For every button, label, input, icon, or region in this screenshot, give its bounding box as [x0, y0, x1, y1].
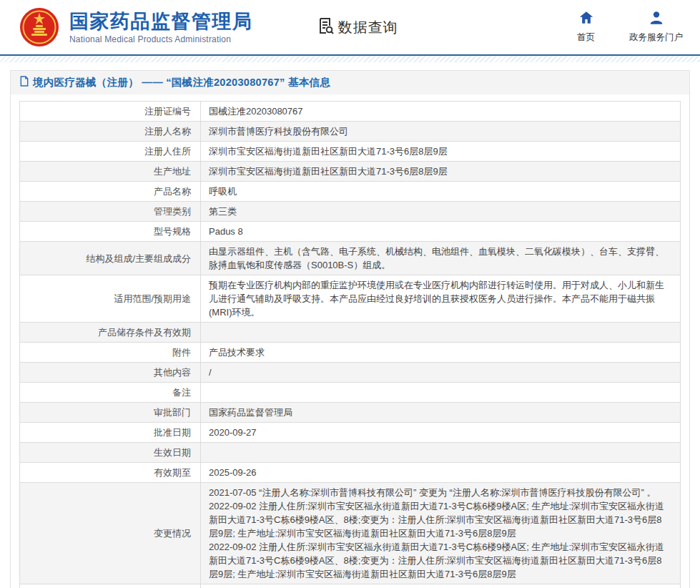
- row-label: 管理类别: [20, 202, 201, 222]
- table-row-note: 注 详情: [20, 584, 681, 588]
- home-link-label: 首页: [577, 31, 595, 44]
- row-label: 适用范围/预期用途: [20, 275, 201, 323]
- table-row: 其他内容 /: [20, 363, 681, 383]
- row-value: Padus 8: [201, 222, 681, 242]
- row-label: 有效期至: [20, 463, 201, 483]
- table-row: 注册证编号 国械注准20203080767: [20, 102, 681, 122]
- table-row: 产品名称 呼吸机: [20, 182, 681, 202]
- row-label: 备注: [20, 383, 201, 403]
- row-value: [201, 383, 681, 403]
- table-row: 生产地址 深圳市宝安区福海街道新田社区新田大道71-3号6层8层9层: [20, 162, 681, 182]
- org-name-en: National Medical Products Administration: [69, 34, 253, 44]
- page-title-bar: 境内医疗器械（注册） —— “国械注准20203080767” 基本信息: [11, 71, 689, 94]
- content-panel: 境内医疗器械（注册） —— “国械注准20203080767” 基本信息 注册证…: [10, 70, 690, 588]
- row-value: 国家药品监督管理局: [201, 403, 681, 423]
- table-row: 注册人住所 深圳市宝安区福海街道新田社区新田大道71-3号6层8层9层: [20, 142, 681, 162]
- row-label: 结构及组成/主要组成成分: [20, 242, 201, 275]
- row-label: 批准日期: [20, 423, 201, 443]
- table-row: 适用范围/预期用途 预期在专业医疗机构内部的重症监护环境使用或在专业医疗机构内部…: [20, 275, 681, 323]
- table-row: 型号规格 Padus 8: [20, 222, 681, 242]
- note-row-value-cell: 详情: [201, 584, 681, 588]
- table-row: 变更情况 2021-07-05 “注册人名称:深圳市普博科技有限公司” 变更为 …: [20, 483, 681, 584]
- row-value: 2021-07-05 “注册人名称:深圳市普博科技有限公司” 变更为 “注册人名…: [201, 483, 681, 584]
- table-row: 结构及组成/主要组成成分 由显示器组件、主机（含气路、电子系统、机械结构、电池组…: [20, 242, 681, 275]
- table-row: 附件 产品技术要求: [20, 343, 681, 363]
- row-label: 型号规格: [20, 222, 201, 242]
- site-header: 国家药品监督管理局 National Medical Products Admi…: [0, 0, 700, 54]
- national-emblem-logo: [19, 6, 60, 48]
- page-title: 境内医疗器械（注册） —— “国械注准20203080767” 基本信息: [33, 76, 330, 89]
- row-value: 预期在专业医疗机构内部的重症监护环境使用或在专业医疗机构内部进行转运时使用。用于…: [201, 275, 681, 323]
- row-value: 由显示器组件、主机（含气路、电子系统、机械结构、电池组件、血氧模块、二氧化碳模块…: [201, 242, 681, 275]
- row-label: 审批部门: [20, 403, 201, 423]
- row-label: 生效日期: [20, 443, 201, 463]
- row-label: 产品储存条件及有效期: [20, 323, 201, 343]
- data-query-nav[interactable]: 数据查询: [316, 16, 398, 38]
- row-label: 注册证编号: [20, 102, 201, 122]
- row-label: 附件: [20, 343, 201, 363]
- gov-portal-link[interactable]: 政务服务门户: [629, 11, 683, 44]
- row-value: 呼吸机: [201, 182, 681, 202]
- row-label: 注册人住所: [20, 142, 201, 162]
- row-label: 产品名称: [20, 182, 201, 202]
- row-value: [201, 323, 681, 343]
- row-value: /: [201, 363, 681, 383]
- row-value: 2025-09-26: [201, 463, 681, 483]
- table-row: 注册人名称 深圳市普博医疗科技股份有限公司: [20, 122, 681, 142]
- row-label: 其他内容: [20, 363, 201, 383]
- data-query-icon: [316, 16, 335, 38]
- table-row: 备注: [20, 383, 681, 403]
- data-query-label: 数据查询: [338, 18, 398, 37]
- row-value: 深圳市宝安区福海街道新田社区新田大道71-3号6层8层9层: [201, 162, 681, 182]
- table-row: 生效日期: [20, 443, 681, 463]
- table-row: 管理类别 第三类: [20, 202, 681, 222]
- table-row: 批准日期 2020-09-27: [20, 423, 681, 443]
- gov-portal-label: 政务服务门户: [629, 31, 683, 44]
- user-icon: [649, 11, 664, 27]
- row-label: 注册人名称: [20, 122, 201, 142]
- row-value: 2020-09-27: [201, 423, 681, 443]
- home-link[interactable]: 首页: [577, 11, 595, 44]
- row-label: 生产地址: [20, 162, 201, 182]
- row-value: 深圳市宝安区福海街道新田社区新田大道71-3号6层8层9层: [201, 142, 681, 162]
- org-title-block: 国家药品监督管理局 National Medical Products Admi…: [69, 11, 253, 44]
- registration-info-table: 注册证编号 国械注准20203080767 注册人名称 深圳市普博医疗科技股份有…: [19, 101, 681, 588]
- header-stripe-band: [0, 56, 700, 62]
- home-icon: [579, 11, 593, 27]
- row-value: 深圳市普博医疗科技股份有限公司: [201, 122, 681, 142]
- row-value: [201, 443, 681, 463]
- document-icon: [19, 76, 29, 89]
- row-value: 产品技术要求: [201, 343, 681, 363]
- row-value: 第三类: [201, 202, 681, 222]
- row-label: 变更情况: [20, 483, 201, 584]
- table-row: 审批部门 国家药品监督管理局: [20, 403, 681, 423]
- org-name-cn: 国家药品监督管理局: [69, 11, 253, 32]
- row-value: 国械注准20203080767: [201, 102, 681, 122]
- table-row: 有效期至 2025-09-26: [20, 463, 681, 483]
- table-row: 产品储存条件及有效期: [20, 323, 681, 343]
- note-row-label-cell: 注: [20, 584, 201, 588]
